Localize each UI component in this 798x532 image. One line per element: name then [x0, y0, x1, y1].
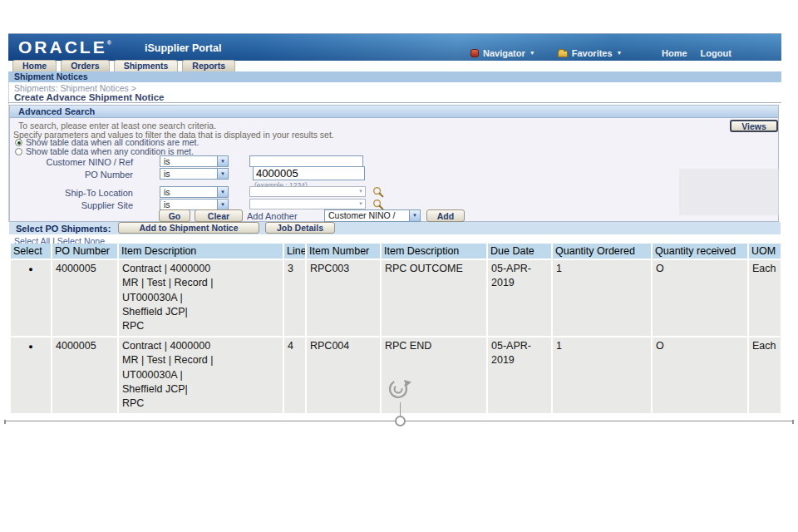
tab-reports[interactable]: Reports: [182, 60, 235, 71]
subtab-shipment-notices[interactable]: Shipment Notices: [8, 71, 781, 82]
col-header-select: Select: [11, 244, 51, 259]
select-po-shipments-label: Select PO Shipments:: [16, 224, 111, 234]
advanced-search-panel: Advanced Search Views To search, please …: [9, 105, 779, 222]
ship-to-location-input[interactable]: ▼: [249, 186, 366, 197]
col-header-line: Line: [284, 244, 305, 259]
add-to-shipment-notice-button[interactable]: Add to Shipment Notice: [118, 222, 259, 234]
row-due-date: 05-APR- 2019: [488, 337, 551, 413]
row-line: 4: [284, 337, 305, 413]
col-header-quantity-received: Quantity received: [653, 244, 747, 259]
go-button[interactable]: Go: [159, 209, 190, 222]
tab-home[interactable]: Home: [12, 60, 57, 71]
row-quantity-received: O: [653, 337, 747, 413]
row-item-description-2: RPC OUTCOME: [382, 260, 486, 336]
patch-artifact: [679, 169, 779, 215]
favorites-chevron-down-icon[interactable]: ▼: [617, 49, 623, 57]
rotate-handle-icon: [386, 374, 412, 407]
col-header-item-number: Item Number: [307, 244, 380, 259]
advanced-search-header: Advanced Search: [10, 106, 778, 118]
row-select-radio[interactable]: ●: [11, 337, 51, 413]
po-number-operator-select[interactable]: is ▼: [160, 168, 229, 180]
customer-nino-input[interactable]: [249, 155, 363, 167]
page-title: Create Advance Shipment Notice: [14, 92, 164, 102]
app-title: iSupplier Portal: [145, 42, 221, 54]
ship-to-operator-select[interactable]: is ▼: [160, 186, 229, 198]
row-quantity-ordered: 1: [553, 260, 651, 336]
row-item-description: Contract | 4000000 MR | Test | Record | …: [119, 260, 283, 336]
select-po-shipments-band: Select PO Shipments: Add to Shipment Not…: [9, 222, 781, 234]
row-po-number: 4000005: [52, 337, 117, 413]
col-header-due-date: Due Date: [488, 244, 551, 259]
add-another-label: Add Another: [247, 211, 298, 221]
navigator-menu[interactable]: Navigator: [483, 48, 525, 58]
supplier-site-input[interactable]: ▼: [249, 199, 366, 209]
col-header-quantity-ordered: Quantity Ordered: [553, 244, 651, 259]
col-header-po-number: PO Number: [52, 244, 117, 259]
supplier-site-label: Supplier Site: [10, 200, 133, 210]
chevron-down-icon: ▼: [217, 156, 228, 166]
chevron-down-icon: ▼: [217, 187, 228, 197]
tab-shipments[interactable]: Shipments: [114, 60, 179, 71]
clear-button[interactable]: Clear: [195, 209, 243, 222]
row-item-description: Contract | 4000000 MR | Test | Record | …: [119, 337, 283, 413]
ship-to-search-icon[interactable]: [372, 186, 384, 198]
row-uom: Each: [749, 260, 781, 336]
chevron-down-icon: ▼: [358, 200, 365, 209]
ship-to-location-label: Ship-To Location: [10, 188, 133, 198]
chevron-down-icon: ▼: [217, 169, 228, 179]
row-po-number: 4000005: [52, 260, 117, 336]
radio-any-condition[interactable]: [15, 148, 22, 155]
supplier-site-operator-select[interactable]: is ▼: [160, 199, 229, 210]
chevron-down-icon: ▼: [217, 200, 228, 209]
chevron-down-icon: ▼: [409, 210, 420, 221]
brand-header: ORACLE® iSupplier Portal Navigator ▼ Fav…: [8, 33, 781, 61]
supplier-site-search-icon[interactable]: [372, 199, 384, 210]
add-another-select[interactable]: Customer NINO / Ref ▼: [324, 209, 421, 222]
advanced-search-body: Views To search, please enter at least o…: [10, 118, 778, 222]
annotation-circle-handle[interactable]: [395, 416, 406, 426]
row-quantity-received: O: [653, 260, 747, 336]
row-item-number: RPC004: [307, 337, 380, 413]
po-number-label: PO Number: [10, 170, 133, 180]
oracle-logo: ORACLE®: [18, 37, 111, 57]
chevron-down-icon: ▼: [358, 187, 365, 196]
col-header-item-description-2: Item Description: [382, 244, 486, 259]
col-header-item-description: Item Description: [119, 244, 283, 259]
registered-mark: ®: [107, 40, 111, 46]
utility-links: Home Logout: [662, 48, 732, 58]
isupplier-portal-window: ORACLE® iSupplier Portal Navigator ▼ Fav…: [8, 33, 781, 424]
navigator-chevron-down-icon[interactable]: ▼: [530, 49, 535, 57]
row-select-radio[interactable]: ●: [11, 260, 51, 336]
customer-nino-operator-select[interactable]: is ▼: [160, 155, 229, 167]
row-quantity-ordered: 1: [553, 337, 651, 413]
main-tab-bar: Home Orders Shipments Reports: [12, 60, 235, 71]
po-number-input[interactable]: [253, 166, 365, 180]
title-divider: [8, 102, 781, 103]
radio-all-conditions[interactable]: [15, 139, 22, 146]
customer-nino-label: Customer NINO / Ref: [10, 157, 133, 167]
logout-link[interactable]: Logout: [701, 48, 732, 58]
navigator-icon: [470, 49, 479, 57]
row-uom: Each: [749, 337, 781, 413]
views-button[interactable]: Views: [730, 120, 778, 132]
oracle-logo-text: ORACLE: [18, 37, 107, 57]
add-button[interactable]: Add: [426, 209, 465, 222]
favorites-menu[interactable]: Favorites: [572, 48, 613, 58]
row-line: 3: [284, 260, 305, 336]
job-details-button[interactable]: Job Details: [265, 222, 335, 234]
row-item-number: RPC003: [307, 260, 380, 336]
home-link[interactable]: Home: [662, 48, 687, 58]
global-nav: Navigator ▼ Favorites ▼: [470, 48, 623, 58]
row-due-date: 05-APR- 2019: [488, 260, 551, 336]
tab-orders[interactable]: Orders: [61, 60, 109, 71]
col-header-uom: UOM: [749, 244, 781, 259]
favorites-folder-icon: [558, 51, 568, 57]
